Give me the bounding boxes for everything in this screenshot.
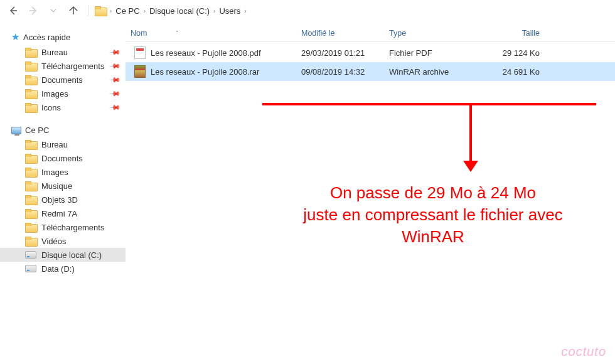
file-modified: 29/03/2019 01:21 bbox=[301, 48, 389, 58]
folder-icon bbox=[95, 6, 106, 15]
breadcrumb-segment[interactable]: Ce PC› bbox=[115, 6, 146, 16]
sidebar-item-label: Musique bbox=[41, 181, 72, 191]
folder-icon bbox=[25, 103, 36, 112]
sidebar-header-quick-access[interactable]: ★ Accès rapide bbox=[0, 29, 126, 45]
column-header-name[interactable]: Nom ˄ bbox=[126, 29, 301, 38]
chevron-right-icon: › bbox=[110, 8, 112, 14]
chevron-right-icon: › bbox=[144, 8, 146, 14]
chevron-right-icon: › bbox=[244, 8, 246, 14]
sidebar-item[interactable]: Téléchargements📌 bbox=[0, 59, 126, 73]
sidebar-item[interactable]: Musique bbox=[0, 179, 126, 193]
file-type: WinRAR archive bbox=[389, 67, 483, 77]
back-button[interactable] bbox=[5, 3, 21, 19]
breadcrumb[interactable]: › Ce PC› Disque local (C:)› Users› bbox=[95, 6, 247, 16]
folder-icon bbox=[25, 209, 36, 218]
breadcrumb-segment[interactable]: Disque local (C:)› bbox=[149, 6, 215, 16]
up-button[interactable] bbox=[65, 3, 82, 19]
sidebar-group-quick-access: ★ Accès rapide Bureau📌Téléchargements📌Do… bbox=[0, 29, 126, 114]
folder-icon bbox=[25, 75, 36, 84]
sidebar-item-label: Documents bbox=[41, 154, 83, 163]
sidebar-item-label: Vidéos bbox=[41, 237, 67, 246]
sidebar-item[interactable]: Bureau📌 bbox=[0, 45, 126, 59]
forward-button[interactable] bbox=[25, 3, 41, 19]
sidebar-header-label: Accès rapide bbox=[23, 33, 70, 42]
annotation-arrow-head bbox=[463, 161, 478, 172]
pin-icon: 📌 bbox=[109, 46, 120, 58]
sidebar-item-drive[interactable]: Disque local (C:) bbox=[0, 248, 126, 262]
file-list-pane: Nom ˄ Modifié le Type Taille Les reseaux… bbox=[126, 21, 615, 364]
sort-ascending-icon: ˄ bbox=[176, 30, 179, 36]
file-row[interactable]: Les reseaux - Pujolle 2008.pdf29/03/2019… bbox=[126, 43, 615, 62]
folder-icon bbox=[25, 168, 36, 176]
folder-icon bbox=[25, 223, 36, 232]
annotation-text: On passe de 29 Mo à 24 Mo juste en compr… bbox=[270, 182, 596, 248]
file-rows: Les reseaux - Pujolle 2008.pdf29/03/2019… bbox=[126, 43, 615, 81]
folder-icon bbox=[25, 237, 36, 245]
folder-icon bbox=[25, 140, 36, 149]
folder-icon bbox=[25, 48, 36, 56]
annotation-line1: On passe de 29 Mo à 24 Mo bbox=[270, 182, 596, 204]
sidebar-group-this-pc: Ce PC BureauDocumentsImagesMusiqueObjets… bbox=[0, 123, 126, 276]
arrow-up-icon bbox=[68, 6, 78, 16]
drive-icon bbox=[25, 265, 36, 272]
sidebar-item[interactable]: Images📌 bbox=[0, 87, 126, 100]
column-header-type[interactable]: Type bbox=[389, 29, 483, 38]
sidebar-item-label: Images bbox=[41, 89, 68, 99]
sidebar-item-drive[interactable]: Data (D:) bbox=[0, 262, 126, 276]
main-area: ★ Accès rapide Bureau📌Téléchargements📌Do… bbox=[0, 21, 615, 364]
sidebar-item[interactable]: Images bbox=[0, 165, 126, 179]
sidebar-item[interactable]: Icons📌 bbox=[0, 100, 126, 114]
navigation-bar: › Ce PC› Disque local (C:)› Users› bbox=[0, 0, 615, 21]
sidebar-item-label: Documents bbox=[41, 75, 83, 85]
sidebar-item-label: Images bbox=[41, 168, 68, 177]
file-size: 29 124 Ko bbox=[483, 48, 559, 58]
file-name: Les reseaux - Pujolle 2008.rar bbox=[151, 67, 259, 77]
annotation-line2: juste en compressant le fichier avec Win… bbox=[270, 204, 596, 248]
sidebar-item-label: Disque local (C:) bbox=[41, 250, 102, 260]
folder-icon bbox=[25, 195, 36, 204]
column-header-size[interactable]: Taille bbox=[483, 29, 559, 38]
sidebar-item[interactable]: Objets 3D bbox=[0, 193, 126, 206]
folder-icon bbox=[25, 62, 36, 70]
watermark: coctuto bbox=[562, 345, 606, 359]
sidebar-item[interactable]: Vidéos bbox=[0, 234, 126, 248]
folder-icon bbox=[25, 181, 36, 190]
sidebar-header-label: Ce PC bbox=[25, 126, 49, 135]
annotation-arrow bbox=[469, 103, 472, 163]
sidebar-item-label: Téléchargements bbox=[41, 62, 104, 71]
folder-icon bbox=[25, 89, 36, 98]
breadcrumb-label: Users bbox=[219, 6, 240, 16]
arrow-left-icon bbox=[8, 6, 18, 16]
drive-icon bbox=[25, 251, 36, 259]
pin-icon: 📌 bbox=[109, 87, 120, 99]
breadcrumb-label: Ce PC bbox=[115, 6, 139, 16]
star-icon: ★ bbox=[11, 31, 19, 43]
annotation-line bbox=[262, 103, 596, 105]
column-label: Nom bbox=[131, 29, 147, 38]
sidebar-item[interactable]: Redmi 7A bbox=[0, 206, 126, 220]
arrow-right-icon bbox=[28, 6, 38, 16]
pin-icon: 📌 bbox=[109, 101, 120, 113]
file-name: Les reseaux - Pujolle 2008.pdf bbox=[151, 48, 261, 58]
sidebar-item-label: Data (D:) bbox=[41, 264, 75, 274]
file-row[interactable]: Les reseaux - Pujolle 2008.rar09/08/2019… bbox=[126, 62, 615, 81]
pdf-file-icon bbox=[134, 46, 146, 59]
column-header-modified[interactable]: Modifié le bbox=[301, 29, 389, 38]
sidebar-item[interactable]: Téléchargements bbox=[0, 220, 126, 234]
sidebar-item[interactable]: Documents📌 bbox=[0, 73, 126, 87]
sidebar-item-label: Bureau bbox=[41, 48, 68, 57]
folder-icon bbox=[25, 154, 36, 163]
chevron-down-icon bbox=[50, 8, 56, 14]
sidebar-header-this-pc[interactable]: Ce PC bbox=[0, 123, 126, 137]
sidebar-item-label: Objets 3D bbox=[41, 195, 78, 205]
sidebar-item[interactable]: Documents bbox=[0, 151, 126, 165]
sidebar-item-label: Redmi 7A bbox=[41, 209, 77, 218]
sidebar-item[interactable]: Bureau bbox=[0, 137, 126, 151]
sidebar-item-label: Bureau bbox=[41, 140, 68, 149]
file-type: Fichier PDF bbox=[389, 48, 483, 58]
recent-dropdown[interactable] bbox=[45, 3, 62, 19]
separator bbox=[88, 5, 88, 16]
breadcrumb-segment[interactable]: Users› bbox=[219, 6, 246, 16]
rar-file-icon bbox=[134, 65, 146, 78]
breadcrumb-label: Disque local (C:) bbox=[149, 6, 210, 16]
